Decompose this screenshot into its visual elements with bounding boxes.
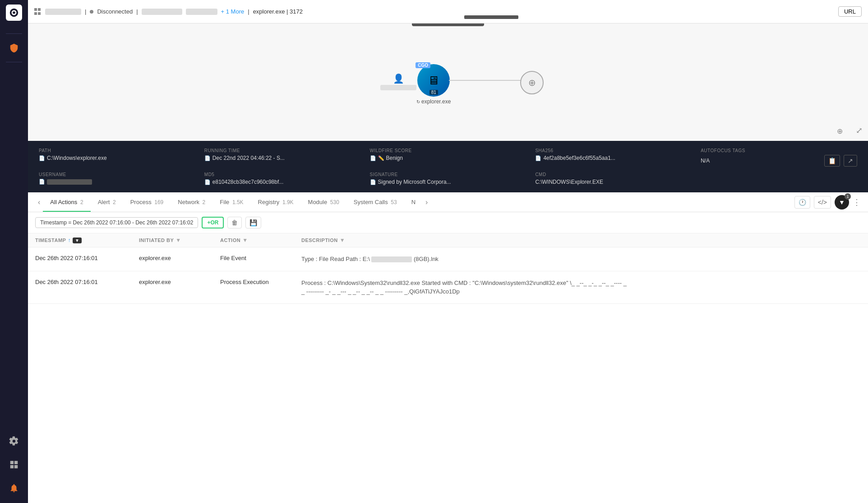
th-timestamp: TIMESTAMP ↑ ▼ xyxy=(35,237,139,243)
tab-n[interactable]: N xyxy=(404,192,423,212)
topbar-separator-1: | xyxy=(85,8,86,15)
info-signature: SIGNATURE 📄 Signed by Microsoft Corpora.… xyxy=(370,172,526,185)
info-sha256-label: SHA256 xyxy=(535,148,692,153)
info-username-value: 📄 xyxy=(39,179,195,185)
sidebar xyxy=(0,0,28,503)
network-circle: ⊕ xyxy=(520,71,544,94)
info-wildfire-value: 📄 ✏️ Benign xyxy=(370,155,526,161)
tab-clock-button[interactable]: 🕐 xyxy=(794,196,810,209)
graph-content: 👤 CGO 🖥 81 ↻ explorer.exe xyxy=(380,37,561,127)
info-expand-button[interactable]: ↗ xyxy=(844,155,857,167)
info-running-time-label: RUNNING TIME xyxy=(204,148,361,153)
info-signature-label: SIGNATURE xyxy=(370,172,526,177)
td-action-1: File Event xyxy=(220,255,301,261)
tab-filter-button[interactable]: ▼ 1 xyxy=(835,195,849,210)
info-autofocus-label: AUTOFOCUS TAGS xyxy=(701,148,857,153)
td-action-2: Process Execution xyxy=(220,279,301,285)
topbar-separator-3: | xyxy=(248,8,249,15)
table-row[interactable]: Dec 26th 2022 07:16:01 explorer.exe Proc… xyxy=(28,271,868,304)
graph-node-network[interactable]: ⊕ xyxy=(520,71,544,94)
sidebar-bottom xyxy=(5,431,23,498)
sidebar-icon-settings[interactable] xyxy=(5,433,23,450)
info-panel: PATH 📄 C:\Windows\explorer.exe RUNNING T… xyxy=(28,141,868,192)
sidebar-divider-2 xyxy=(6,62,22,62)
sidebar-divider-1 xyxy=(6,33,22,34)
info-md5: MD5 📄 e810428cb38ec7c960c98bf... xyxy=(204,172,361,185)
filter-delete-button[interactable]: 🗑 xyxy=(227,217,242,228)
info-path: PATH 📄 C:\Windows\explorer.exe xyxy=(39,148,195,167)
info-sha256: SHA256 📄 4ef2a8be5ef3e6c6f55a5aa1... xyxy=(535,148,692,167)
username-blurred xyxy=(47,179,92,185)
topbar-center-bar xyxy=(464,15,518,19)
tab-prev-button[interactable]: ‹ xyxy=(35,193,43,212)
tab-module[interactable]: Module 530 xyxy=(301,192,346,212)
tab-registry[interactable]: Registry 1.9K xyxy=(251,192,301,212)
th-description: DESCRIPTION ▼ xyxy=(301,237,861,243)
description-filter-icon[interactable]: ▼ xyxy=(340,237,345,243)
graph-node-user: 👤 xyxy=(380,73,416,90)
th-initiated-by: INITIATED BY ▼ xyxy=(139,237,220,243)
info-md5-label: MD5 xyxy=(204,172,361,177)
tab-next-button[interactable]: › xyxy=(423,193,430,212)
timestamp-filter-active[interactable]: ▼ xyxy=(73,238,82,243)
action-filter-icon[interactable]: ▼ xyxy=(242,237,248,243)
filter-or-button[interactable]: +OR xyxy=(202,217,224,228)
process-label: ↻ explorer.exe xyxy=(416,98,451,105)
info-sha256-value: 📄 4ef2a8be5ef3e6c6f55a5aa1... xyxy=(535,155,692,161)
graph-node-process[interactable]: CGO 🖥 81 ↻ explorer.exe xyxy=(416,64,451,105)
info-username: USERNAME 📄 xyxy=(39,172,195,185)
filter-bar: Timestamp = Dec 26th 2022 07:16:00 - Dec… xyxy=(28,212,868,233)
timestamp-sort-icon[interactable]: ↑ xyxy=(68,237,71,243)
tab-network[interactable]: Network 2 xyxy=(171,192,212,212)
graph-connector xyxy=(449,80,521,81)
filter-save-button[interactable]: 💾 xyxy=(245,217,261,228)
path-blurred xyxy=(371,256,412,262)
sidebar-icon-grid[interactable] xyxy=(5,456,23,473)
tab-alert[interactable]: Alert 2 xyxy=(91,192,123,212)
info-panel-actions: 📋 ↗ xyxy=(824,155,857,167)
td-initiated-1: explorer.exe xyxy=(139,255,220,261)
topbar-blurred-1 xyxy=(45,9,81,15)
tab-all-actions[interactable]: All Actions 2 xyxy=(43,192,90,212)
graph-top-bar xyxy=(412,23,484,26)
network-icon: ⊕ xyxy=(528,77,536,88)
topbar-process: explorer.exe | 3172 xyxy=(253,8,303,15)
process-icon: 🖥 xyxy=(428,74,439,88)
target-icon[interactable]: ⊕ xyxy=(837,127,843,135)
topbar-disconnected: Disconnected xyxy=(97,8,133,15)
sidebar-icon-shield[interactable] xyxy=(5,39,23,56)
info-autofocus-value: N/A 📋 ↗ xyxy=(701,155,857,167)
tab-file[interactable]: File 1.5K xyxy=(212,192,250,212)
sidebar-logo[interactable] xyxy=(6,5,22,21)
info-running-time-value: 📄 Dec 22nd 2022 04:46:22 - S... xyxy=(204,155,361,161)
username-label xyxy=(380,85,416,90)
info-running-time: RUNNING TIME 📄 Dec 22nd 2022 04:46:22 - … xyxy=(204,148,361,167)
td-timestamp-1: Dec 26th 2022 07:16:01 xyxy=(35,255,139,261)
sidebar-icon-alert[interactable] xyxy=(5,480,23,497)
graph-area: 👤 CGO 🖥 81 ↻ explorer.exe xyxy=(28,23,868,141)
tab-filter-badge: 1 xyxy=(845,193,851,200)
td-initiated-2: explorer.exe xyxy=(139,279,220,285)
info-cmd-label: CMD xyxy=(535,172,692,177)
info-autofocus: AUTOFOCUS TAGS N/A 📋 ↗ xyxy=(701,148,857,167)
svg-point-2 xyxy=(13,11,15,14)
td-description-2: Process : C:\Windows\System32\rundll32.e… xyxy=(301,279,861,296)
topbar-blurred-3 xyxy=(186,9,217,15)
info-cmd: CMD C:\WINDOWS\Explorer.EXE xyxy=(535,172,692,185)
initiated-filter-icon[interactable]: ▼ xyxy=(175,237,181,243)
table-row[interactable]: Dec 26th 2022 07:16:01 explorer.exe File… xyxy=(28,247,868,271)
info-copy-button[interactable]: 📋 xyxy=(824,155,840,167)
topbar-more[interactable]: + 1 More xyxy=(221,8,245,15)
topbar-blurred-2 xyxy=(142,9,182,15)
tab-process[interactable]: Process 169 xyxy=(123,192,171,212)
tab-more-button[interactable]: ⋮ xyxy=(853,197,861,207)
tab-system-calls[interactable]: System Calls 53 xyxy=(346,192,404,212)
topbar-url-button[interactable]: URL xyxy=(838,6,862,17)
process-score: 81 xyxy=(429,90,438,95)
table-area: TIMESTAMP ↑ ▼ INITIATED BY ▼ ACTION ▼ DE… xyxy=(28,233,868,503)
expand-icon[interactable]: ⤢ xyxy=(856,126,863,135)
tab-code-button[interactable]: </> xyxy=(814,196,831,209)
table-header: TIMESTAMP ↑ ▼ INITIATED BY ▼ ACTION ▼ DE… xyxy=(28,233,868,247)
filter-timestamp-tag: Timestamp = Dec 26th 2022 07:16:00 - Dec… xyxy=(35,217,198,228)
info-cmd-value: C:\WINDOWS\Explorer.EXE xyxy=(535,179,692,185)
